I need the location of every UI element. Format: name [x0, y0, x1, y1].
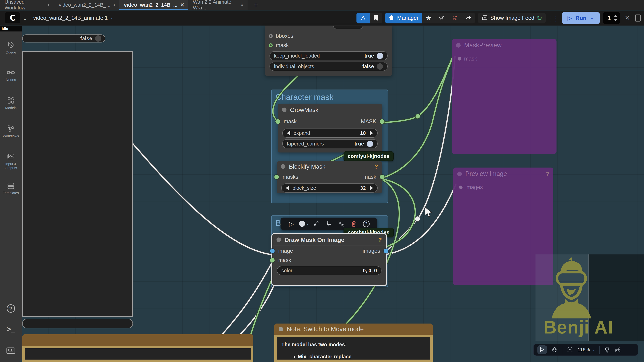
node-title: Preview Image — [465, 170, 507, 177]
slot-row-mask[interactable]: mask — [272, 256, 386, 264]
widget-block-size[interactable]: block_size 32 — [281, 183, 378, 193]
input-label: image — [278, 248, 293, 254]
toggle-knob[interactable] — [367, 141, 373, 147]
widget-color[interactable]: color 0, 0, 0 — [277, 266, 382, 275]
slot-row-mask[interactable]: mask — [452, 54, 556, 63]
output-slot-bboxes[interactable]: bboxes — [265, 31, 392, 41]
queue-history-icon — [7, 41, 14, 49]
node-detector[interactable]: bboxes mask keep_model_loaded true indiv… — [265, 25, 392, 76]
sidebar-item-models[interactable]: Models — [0, 96, 22, 110]
help-icon[interactable]: ? — [378, 236, 382, 243]
node-growmask[interactable]: GrowMask mask MASK expand 10 tapered_cor… — [278, 104, 382, 152]
widget-name: individual_objects — [274, 64, 314, 69]
zoom-level-dropdown[interactable]: 116% ⌄ — [578, 347, 595, 353]
pin-node-button[interactable] — [324, 221, 334, 227]
help-circle-icon: ? — [7, 304, 15, 313]
input-dot-mask[interactable] — [276, 119, 280, 124]
slot-row-images[interactable]: images — [453, 183, 553, 192]
mask-editor-panel[interactable] — [22, 51, 133, 317]
pan-tool-button[interactable] — [552, 347, 558, 353]
increment-arrow-icon[interactable] — [370, 131, 373, 135]
collapse-node-button[interactable] — [336, 221, 346, 227]
collapse-dot-icon[interactable] — [276, 238, 281, 242]
widget-name: tapered_corners — [287, 141, 324, 147]
cropped-toggle-widget[interactable]: false — [22, 34, 105, 42]
input-dot-masks[interactable] — [274, 175, 279, 179]
slot-row-mask[interactable]: mask MASK — [278, 116, 382, 127]
toggle-knob[interactable] — [377, 63, 383, 70]
collapse-dot-icon[interactable] — [457, 172, 462, 176]
shortcuts-button[interactable] — [0, 347, 22, 354]
cropped-bottom-widget[interactable] — [22, 319, 133, 329]
widget-expand[interactable]: expand 10 — [282, 128, 378, 138]
input-dot-mask[interactable] — [458, 57, 461, 60]
toggle-knob[interactable] — [377, 53, 383, 59]
fit-view-button[interactable] — [567, 347, 573, 353]
widget-keep-model-loaded[interactable]: keep_model_loaded true — [270, 51, 388, 60]
help-icon[interactable]: ? — [546, 170, 549, 177]
slot-dot-green[interactable] — [269, 43, 273, 47]
sidebar-item-queue[interactable]: Queue — [0, 41, 22, 54]
widget-tapered-corners[interactable]: tapered_corners true — [282, 139, 378, 148]
widget-individual-objects[interactable]: individual_objects false — [270, 62, 388, 71]
run-node-button[interactable]: ▷ — [286, 220, 296, 227]
toggle-links-button[interactable] — [614, 347, 621, 353]
node-title: Draw Mask On Image — [284, 236, 344, 243]
node-blockify-mask[interactable]: Blockify Mask ? masks mask block_size 32 — [277, 161, 382, 193]
select-tool-button[interactable] — [538, 345, 547, 354]
input-dot-image[interactable] — [270, 249, 274, 253]
increment-arrow-icon[interactable] — [370, 186, 373, 190]
chevron-down-icon: ⌄ — [306, 222, 309, 226]
sidebar-item-nodes[interactable]: Nodes — [0, 69, 22, 82]
node-mask-preview[interactable]: MaskPreview mask — [452, 39, 556, 154]
output-dot-mask[interactable] — [380, 119, 384, 124]
sidebar-item-workflows[interactable]: Workflows — [0, 125, 22, 138]
node-header[interactable]: MaskPreview — [452, 39, 556, 51]
decrement-arrow-icon[interactable] — [286, 186, 289, 190]
color-swatch-icon — [299, 221, 305, 227]
note-node-header[interactable]: Note: Switch to Move mode — [274, 324, 432, 335]
collapse-dot-icon[interactable] — [278, 327, 283, 331]
collapse-dot-icon[interactable] — [456, 43, 460, 47]
sidebar-item-templates[interactable]: Templates — [0, 182, 22, 195]
node-header[interactable]: Blockify Mask ? — [277, 161, 382, 172]
delete-node-button[interactable] — [349, 221, 359, 227]
node-color-button[interactable]: ⌄ — [299, 221, 309, 227]
comfyui-window: Unsaved Workflow ● video_wan2_2_14B_... … — [0, 0, 644, 362]
note-node-body[interactable]: The model has two modes: Mix: character … — [274, 335, 432, 362]
help-button[interactable]: ? — [0, 304, 22, 313]
node-header[interactable]: GrowMask — [278, 104, 382, 116]
sidebar-item-label: Workflows — [3, 134, 19, 138]
output-slot-mask[interactable]: mask — [265, 41, 392, 50]
terminal-button[interactable]: >_ — [0, 325, 22, 333]
trash-icon — [351, 221, 357, 227]
slot-dot-gray[interactable] — [269, 34, 273, 38]
pin-icon — [326, 221, 332, 227]
note-bullet: Move: Pose transfer — [298, 361, 430, 362]
help-icon[interactable]: ? — [374, 163, 378, 170]
cropped-note-header[interactable] — [22, 334, 254, 346]
sidebar-item-input-outputs[interactable]: Input & Outputs — [0, 153, 22, 170]
decrement-arrow-icon[interactable] — [287, 131, 290, 135]
output-dot-images[interactable] — [384, 249, 388, 253]
toggle-knob[interactable] — [95, 35, 101, 42]
slot-row-image[interactable]: image images — [272, 246, 386, 256]
zoom-level-value: 116% — [578, 347, 590, 353]
bypass-node-button[interactable] — [311, 221, 322, 227]
toggle-theme-button[interactable] — [604, 347, 610, 353]
slot-row-masks[interactable]: masks mask — [277, 172, 382, 182]
node-header[interactable]: Preview Image ? — [453, 168, 553, 180]
collapse-dot-icon[interactable] — [281, 164, 286, 169]
output-dot-mask[interactable] — [380, 175, 384, 179]
input-dot-images[interactable] — [459, 186, 462, 189]
widget-name: expand — [294, 130, 310, 136]
node-help-button[interactable]: ? — [361, 221, 371, 227]
workflows-icon — [7, 125, 15, 132]
sidebar-item-label: Models — [5, 106, 16, 110]
node-draw-mask-on-image[interactable]: Draw Mask On Image ? image images mask c… — [272, 234, 386, 285]
widget-name: block_size — [292, 185, 316, 191]
collapse-dot-icon[interactable] — [282, 107, 286, 112]
input-dot-mask[interactable] — [270, 258, 274, 263]
cropped-note-body[interactable] — [22, 346, 254, 362]
node-header[interactable]: Draw Mask On Image ? — [272, 234, 386, 246]
